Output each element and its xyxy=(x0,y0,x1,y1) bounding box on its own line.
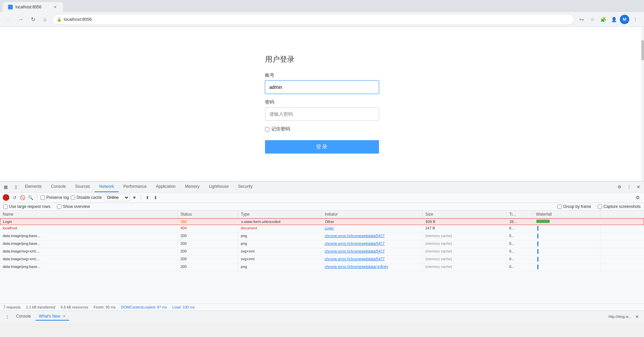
password-input[interactable] xyxy=(265,107,379,121)
row-initiator[interactable]: chrome-error://chromewebdata/5477 xyxy=(322,248,423,256)
whats-new-close[interactable]: ✕ xyxy=(63,314,66,318)
large-rows-checkbox[interactable] xyxy=(3,205,8,209)
tab-performance[interactable]: Performance xyxy=(119,181,151,192)
show-overview-checkbox[interactable] xyxy=(57,205,61,209)
bottom-tab-whats-new[interactable]: What's New ✕ xyxy=(36,313,69,321)
remember-label: 记住密码 xyxy=(271,126,290,132)
forward-button[interactable]: → xyxy=(16,15,25,24)
address-bar[interactable]: 🔒 localhost:8056 xyxy=(52,14,574,25)
bottom-tab-console[interactable]: Console xyxy=(13,313,34,321)
dom-content-loaded[interactable]: DOMContentLoaded: 97 ms xyxy=(121,305,167,309)
load-time[interactable]: Load: 100 ms xyxy=(172,305,195,309)
login-button[interactable]: 登录 xyxy=(265,140,379,154)
table-row[interactable]: data:image/png;base... 200 png chrome-er… xyxy=(0,233,644,240)
table-row[interactable]: data:image/svg+xml;... 200 svg+xml chrom… xyxy=(0,256,644,264)
row-waterfall xyxy=(533,233,600,240)
user-avatar[interactable]: M xyxy=(620,15,629,24)
home-button[interactable]: ⌂ xyxy=(40,15,50,24)
active-browser-tab[interactable]: localhost:8056 ✕ xyxy=(3,2,63,12)
col-time: Ti... xyxy=(506,211,533,218)
row-initiator[interactable]: chrome-error://chromewebdata/5477 xyxy=(322,240,423,248)
record-button[interactable] xyxy=(3,194,9,201)
browser-tabs-bar: localhost:8056 ✕ xyxy=(0,0,644,12)
tab-security[interactable]: Security xyxy=(233,181,257,192)
reload-button[interactable]: ↻ xyxy=(28,15,38,24)
tab-lighthouse[interactable]: Lighthouse xyxy=(204,181,233,192)
tab-console[interactable]: Console xyxy=(46,181,70,192)
row-initiator[interactable]: Login xyxy=(322,225,423,232)
row-type: svg+xml xyxy=(238,248,322,256)
export-har-button[interactable]: ⬇ xyxy=(153,194,159,201)
row-name: localhost xyxy=(0,225,178,232)
transferred-size: 1.1 kB transferred xyxy=(26,305,55,309)
row-initiator[interactable]: chrome-error://chromewebdata/-Infinity xyxy=(322,264,423,271)
table-row[interactable]: localhost 404 document Login 147 B 8... xyxy=(0,225,644,233)
tab-memory[interactable]: Memory xyxy=(180,181,204,192)
capture-screenshots-checkbox[interactable] xyxy=(598,205,602,209)
tab-application[interactable]: Application xyxy=(151,181,180,192)
table-row[interactable]: data:image/png;base... 200 png chrome-er… xyxy=(0,240,644,248)
table-row[interactable]: data:image/svg+xml;... 200 svg+xml chrom… xyxy=(0,248,644,256)
network-toolbar: ↺ 🚫 🔍 Preserve log Disable cache Online … xyxy=(0,192,644,203)
row-type: png xyxy=(238,240,322,248)
row-status: 200 xyxy=(178,248,238,256)
search-button[interactable]: 🔍 xyxy=(28,194,34,201)
lock-icon: 🔒 xyxy=(57,17,62,22)
scrollbar[interactable] xyxy=(641,27,644,181)
row-size: 939 B xyxy=(423,219,507,225)
clear-button[interactable]: 🚫 xyxy=(19,194,25,201)
menu-icon-button[interactable]: ⋮ xyxy=(631,15,640,24)
row-status: 302 xyxy=(178,219,238,225)
row-initiator[interactable]: chrome-error://chromewebdata/5477 xyxy=(322,256,423,263)
row-waterfall xyxy=(533,248,600,256)
key-icon-button[interactable]: 🗝 xyxy=(577,15,586,24)
group-by-frame-checkbox[interactable] xyxy=(557,205,562,209)
row-name: data:image/svg+xml;... xyxy=(0,256,178,263)
profiles-icon-button[interactable]: 👤 xyxy=(609,15,619,24)
resources-size: 6.6 kB resources xyxy=(61,305,89,309)
row-time: 0... xyxy=(506,248,533,256)
row-waterfall xyxy=(533,264,600,271)
import-har-button[interactable]: ⬆ xyxy=(145,194,151,201)
bookmark-icon-button[interactable]: ☆ xyxy=(588,15,597,24)
back-button[interactable]: ← xyxy=(4,15,13,24)
throttle-select[interactable]: Online Fast 3G Slow 3G Offline xyxy=(104,194,129,201)
toolbar-icons: 🗝 ☆ 🧩 👤 M ⋮ xyxy=(577,15,640,24)
row-waterfall xyxy=(533,225,600,232)
group-by-frame-check: Group by frame xyxy=(557,204,591,209)
tab-network[interactable]: Network xyxy=(95,181,119,192)
devtools-more-button[interactable]: ⋮ xyxy=(625,182,633,191)
devtools-header: ▦ ▯ Elements Console Sources Network Per… xyxy=(0,181,644,192)
preserve-log-checkbox[interactable] xyxy=(41,195,45,200)
username-input[interactable] xyxy=(265,80,379,94)
devtools-device-button[interactable]: ▯ xyxy=(11,182,20,191)
large-rows-label: Use large request rows xyxy=(9,204,50,209)
devtools-inspect-button[interactable]: ▦ xyxy=(1,182,10,191)
row-initiator[interactable]: chrome-error://chromewebdata/5477 xyxy=(322,233,423,240)
remember-checkbox[interactable] xyxy=(265,127,269,131)
show-overview-check: Show overview xyxy=(57,204,90,209)
row-size: 147 B xyxy=(423,225,506,232)
group-by-frame-label: Group by frame xyxy=(563,204,591,209)
tab-sources[interactable]: Sources xyxy=(70,181,95,192)
network-settings-button[interactable]: ⚙ xyxy=(634,194,641,201)
table-row[interactable]: Login 302 x-www-form-urlencoded Other 93… xyxy=(0,218,644,225)
tab-close-button[interactable]: ✕ xyxy=(52,4,58,10)
bottom-url-text: http://blog.w... xyxy=(608,315,631,319)
url-text: localhost:8056 xyxy=(64,17,92,22)
devtools-close-button[interactable]: ✕ xyxy=(634,182,643,191)
capture-screenshots-label: Capture screenshots xyxy=(603,204,641,209)
row-time: 0... xyxy=(506,264,533,271)
stop-button[interactable]: ↺ xyxy=(11,194,17,201)
console-prompt-icon[interactable]: ⋮ xyxy=(3,312,11,321)
scrollbar-thumb xyxy=(641,40,644,60)
row-name: data:image/png;base... xyxy=(0,233,178,240)
devtools-bottom-close[interactable]: ✕ xyxy=(633,312,641,321)
table-row[interactable]: data:image/png;base... 200 png chrome-er… xyxy=(0,264,644,271)
devtools-settings-button[interactable]: ⚙ xyxy=(615,182,624,191)
throttle-down-arrow[interactable]: ▼ xyxy=(131,194,138,201)
disable-cache-checkbox[interactable] xyxy=(71,195,75,200)
col-name: Name xyxy=(0,211,178,218)
tab-elements[interactable]: Elements xyxy=(20,181,46,192)
extensions-icon-button[interactable]: 🧩 xyxy=(598,15,608,24)
